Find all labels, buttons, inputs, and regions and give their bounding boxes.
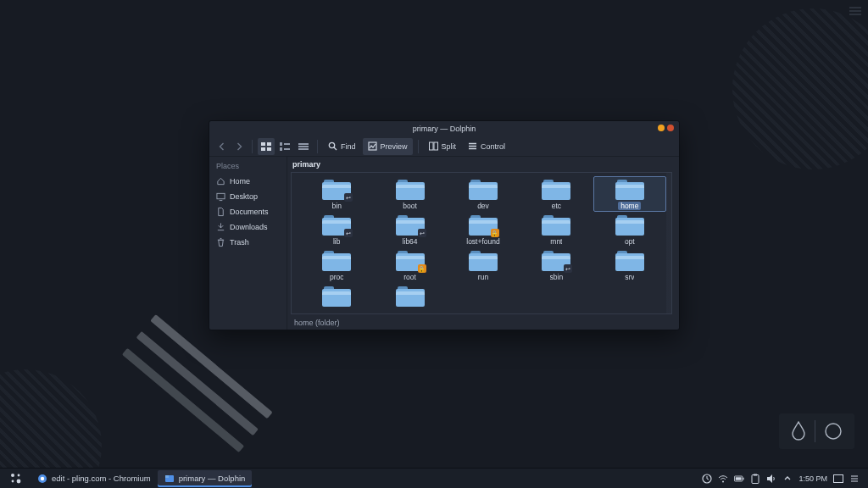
clock[interactable]: 1:50 PM (798, 474, 827, 483)
folder-icon (615, 215, 644, 236)
folder-icon (542, 180, 570, 200)
ring-icon (824, 422, 843, 441)
desktop-grip-icon[interactable] (849, 5, 861, 15)
task-dolphin[interactable]: primary — Dolphin (158, 470, 253, 487)
app-launcher-button[interactable] (3, 470, 29, 487)
window-maximize-button[interactable] (658, 125, 665, 131)
folder-label: root (403, 273, 416, 281)
svg-rect-4 (267, 147, 271, 151)
window-titlebar[interactable]: primary — Dolphin (209, 121, 679, 136)
sidebar-item-desktop[interactable]: Desktop (209, 189, 287, 204)
folder-icon: ↩ (542, 251, 570, 271)
split-button[interactable]: Split (424, 138, 462, 155)
folder-mnt[interactable]: mnt (520, 212, 593, 247)
folder-icon (469, 180, 498, 200)
location-breadcrumb[interactable]: primary (287, 157, 679, 170)
folder-label: boot (403, 202, 417, 210)
svg-line-13 (334, 147, 337, 150)
folder-label: proc (330, 273, 344, 281)
folder-opt[interactable]: opt (593, 212, 666, 247)
svg-point-27 (41, 476, 44, 480)
desktop-icon (216, 191, 225, 202)
folder-label: opt (625, 237, 635, 246)
nav-back-button[interactable] (214, 138, 230, 155)
control-menu-button[interactable]: Control (463, 138, 510, 155)
svg-point-25 (17, 479, 21, 483)
folder-icon: ↩ (322, 180, 351, 200)
svg-rect-16 (434, 142, 438, 150)
clipboard-icon[interactable] (750, 474, 760, 484)
task-chromium[interactable]: edit - pling.com - Chromium (31, 470, 158, 487)
folder-label: bin (332, 202, 342, 210)
plasma-logo-icon (10, 473, 22, 485)
view-compact-button[interactable] (276, 138, 293, 155)
panel-settings-button[interactable] (849, 474, 860, 484)
svg-rect-7 (280, 147, 282, 151)
download-icon (216, 222, 225, 232)
wallpaper-bars (80, 314, 260, 488)
locked-badge-icon: 🔒 (418, 264, 426, 273)
tray-expand-icon[interactable] (782, 474, 793, 484)
nav-forward-button[interactable] (231, 138, 247, 155)
folder-label: mnt (550, 237, 562, 246)
folder-lost+found[interactable]: 🔒lost+found (447, 212, 520, 247)
task-label: primary — Dolphin (179, 474, 246, 483)
folder-icon (542, 215, 570, 236)
volume-icon[interactable] (766, 474, 776, 484)
folder-icon (615, 251, 644, 271)
folder-home[interactable]: home (593, 176, 666, 212)
chromium-icon (37, 474, 47, 484)
window-close-button[interactable] (667, 125, 674, 131)
folder-item[interactable] (300, 283, 373, 310)
folder-label: dev (477, 202, 489, 210)
svg-point-24 (12, 480, 14, 482)
folder-srv[interactable]: srv (593, 247, 666, 283)
sidebar-item-label: Downloads (230, 223, 268, 231)
view-details-button[interactable] (295, 138, 312, 155)
folder-label: lib64 (403, 237, 418, 246)
sidebar-item-label: Trash (230, 238, 249, 247)
folder-root[interactable]: 🔒root (373, 247, 446, 283)
folder-item[interactable] (373, 283, 446, 310)
updates-icon[interactable] (702, 474, 712, 484)
folder-lib64[interactable]: ↩lib64 (373, 212, 446, 247)
folder-boot[interactable]: boot (373, 176, 446, 212)
wallpaper-pattern (732, 8, 868, 169)
wifi-icon[interactable] (718, 474, 728, 484)
folder-sbin[interactable]: ↩sbin (520, 247, 593, 283)
sidebar-item-home[interactable]: Home (209, 174, 287, 189)
search-icon (328, 141, 337, 151)
locked-badge-icon: 🔒 (491, 229, 499, 237)
sidebar-item-trash[interactable]: Trash (209, 235, 287, 250)
folder-etc[interactable]: etc (520, 176, 593, 212)
symlink-badge-icon: ↩ (564, 264, 572, 273)
svg-rect-8 (284, 148, 290, 150)
find-button[interactable]: Find (323, 138, 361, 155)
sidebar-item-label: Home (230, 177, 250, 186)
folder-icon: ↩ (396, 215, 425, 236)
folder-dev[interactable]: dev (447, 176, 520, 212)
sidebar-item-downloads[interactable]: Downloads (209, 219, 287, 235)
folder-bin[interactable]: ↩bin (300, 176, 373, 212)
folder-lib[interactable]: ↩lib (300, 212, 373, 247)
folder-label: srv (625, 273, 634, 281)
show-desktop-button[interactable] (833, 474, 843, 484)
desktop-logo-widget (779, 413, 854, 449)
folder-icon: 🔒 (469, 215, 498, 236)
view-icons-button[interactable] (258, 138, 275, 155)
svg-point-12 (329, 142, 334, 147)
folder-proc[interactable]: proc (300, 247, 373, 283)
preview-button[interactable]: Preview (363, 138, 413, 155)
folder-run[interactable]: run (447, 247, 520, 283)
sidebar-item-documents[interactable]: Documents (209, 204, 287, 219)
svg-point-0 (826, 424, 841, 439)
places-sidebar: Places HomeDesktopDocumentsDownloadsTras… (209, 157, 287, 330)
drop-icon (791, 421, 806, 441)
folder-icon (322, 286, 351, 307)
svg-point-31 (722, 480, 724, 482)
file-grid-viewport[interactable]: ↩binbootdevetchome↩lib↩lib64🔒lost+foundm… (291, 172, 672, 314)
battery-icon[interactable] (734, 474, 744, 484)
symlink-badge-icon: ↩ (344, 193, 353, 202)
svg-rect-3 (261, 147, 265, 151)
folder-label: run (478, 273, 488, 281)
